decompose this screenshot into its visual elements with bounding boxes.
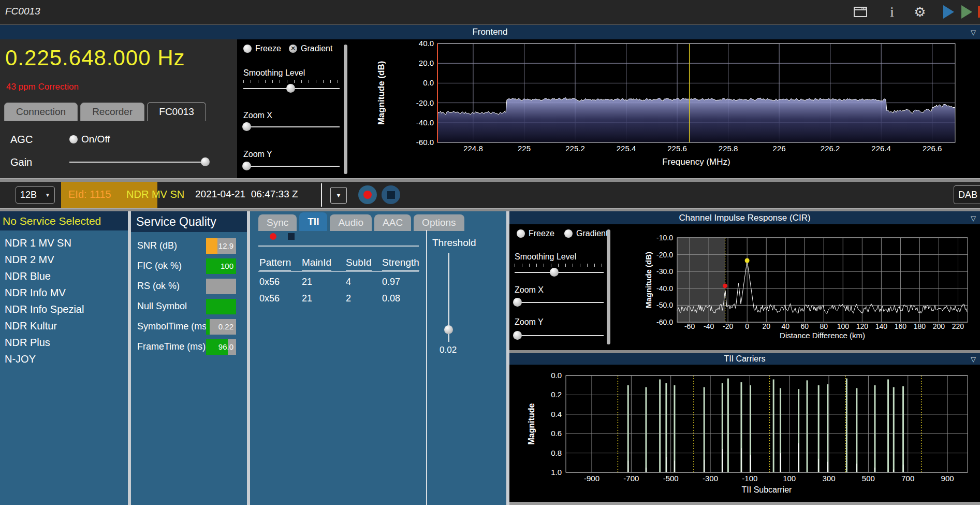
radio-icon[interactable] <box>69 135 78 143</box>
no-service-selected-label: No Service Selected <box>3 215 101 227</box>
quality-value: 96.0 <box>218 342 233 351</box>
stop-button[interactable] <box>382 185 400 204</box>
collapse-triangle-icon[interactable]: ▽ <box>971 214 976 222</box>
channel-combo[interactable]: 12B▼ <box>16 186 55 204</box>
radio-icon[interactable] <box>243 45 252 53</box>
smoothing-label: Smoothing Level <box>243 68 305 78</box>
tab-audio[interactable]: Audio <box>330 214 372 231</box>
frontend-tab-recorder[interactable]: Recorder <box>80 103 144 121</box>
service-list-item[interactable]: NDR 2 MV <box>0 251 128 268</box>
svg-text:180: 180 <box>914 322 926 330</box>
cir-plot: -10.0-20.0-30.0-40.0-50.0-60.0-60-40-200… <box>639 224 980 350</box>
collapse-triangle-icon[interactable]: ▽ <box>971 28 976 36</box>
gain-slider[interactable] <box>69 157 209 167</box>
title-bar: FC0013 i ⚙ <box>0 0 980 25</box>
vertical-scrollbar[interactable] <box>607 229 610 344</box>
radio-icon[interactable] <box>517 229 525 238</box>
threshold-slider[interactable] <box>444 253 454 342</box>
table-cell[interactable]: 0x56 <box>259 277 280 287</box>
svg-text:Magnitude: Magnitude <box>527 403 536 444</box>
info-icon[interactable]: i <box>884 4 900 20</box>
record-red-icon[interactable] <box>978 6 980 18</box>
ppm-correction: 43 ppm Correction <box>6 82 79 92</box>
record-button[interactable] <box>358 185 377 204</box>
collapse-triangle-icon[interactable]: ▽ <box>971 355 976 363</box>
detail-tab-bar: SyncTIIAudioAACOptions <box>258 212 467 231</box>
smoothing-slider[interactable] <box>243 84 340 93</box>
table-header: SubId <box>346 257 372 271</box>
svg-text:Magnitude (dB): Magnitude (dB) <box>644 252 653 308</box>
zoom-y-label: Zoom Y <box>243 150 272 159</box>
svg-text:-40.0: -40.0 <box>416 118 434 127</box>
table-cell[interactable]: 21 <box>302 277 312 287</box>
cir-freeze-radio[interactable]: Freeze <box>517 228 554 238</box>
svg-text:-50.0: -50.0 <box>656 301 673 309</box>
service-quality-title: Service Quality <box>136 215 216 229</box>
cir-gradient-radio[interactable]: Gradient <box>564 228 608 238</box>
agc-onoff-radio[interactable]: On/Off <box>69 134 110 145</box>
table-cell[interactable]: 0.97 <box>382 277 400 287</box>
freeze-label: Freeze <box>255 44 281 53</box>
cir-smoothing-slider[interactable] <box>515 268 604 277</box>
dropdown-button[interactable]: ▼ <box>330 187 347 204</box>
service-list-item[interactable]: NDR Info Spezial <box>0 301 128 318</box>
toolbar-separator <box>321 183 322 207</box>
zoom-x-slider[interactable] <box>243 122 340 132</box>
tab-tii[interactable]: TII <box>299 212 327 231</box>
svg-text:-60: -60 <box>684 322 695 330</box>
table-cell[interactable]: 4 <box>346 277 351 287</box>
quality-label: Null Symbol <box>137 301 187 312</box>
slider-ticks <box>515 264 604 267</box>
service-list-item[interactable]: NDR 1 MV SN <box>0 235 128 251</box>
mode-combo[interactable]: DAB▼ <box>954 185 980 204</box>
service-list-item[interactable]: NDR Blue <box>0 268 128 284</box>
svg-text:80: 80 <box>820 322 828 330</box>
table-cell[interactable]: 0.08 <box>382 293 400 304</box>
tab-options[interactable]: Options <box>414 214 464 231</box>
radio-checked-icon[interactable] <box>289 45 297 53</box>
frontend-tab-fc0013[interactable]: FC0013 <box>147 102 206 121</box>
svg-text:-40.0: -40.0 <box>656 284 673 293</box>
frontend-tab-connection[interactable]: Connection <box>4 103 78 121</box>
freeze-radio[interactable]: Freeze <box>243 44 281 53</box>
svg-text:225: 225 <box>518 144 531 153</box>
svg-text:900: 900 <box>941 474 954 483</box>
service-list-item[interactable]: N-JOY <box>0 351 128 367</box>
quality-bar: 96.0 <box>206 339 236 355</box>
svg-text:500: 500 <box>862 474 875 483</box>
play-blue-icon[interactable] <box>943 5 954 19</box>
threshold-knob[interactable] <box>444 325 453 334</box>
table-cell[interactable]: 2 <box>346 293 351 304</box>
service-list-item[interactable]: NDR Kultur <box>0 318 128 334</box>
svg-text:20: 20 <box>762 322 770 330</box>
ensemble-name: NDR MV SN <box>126 189 184 200</box>
cir-zoom-y-slider[interactable] <box>515 331 604 340</box>
table-cell[interactable]: 0x56 <box>259 293 280 304</box>
utc-timestamp: 2021-04-21 06:47:33 Z <box>195 189 298 200</box>
cir-zoom-y-label: Zoom Y <box>515 318 544 327</box>
quality-value: 0.22 <box>218 322 233 331</box>
cir-smoothing-label: Smoothing Level <box>515 252 576 262</box>
quality-bar: 12.9 <box>206 238 236 254</box>
tab-sync[interactable]: Sync <box>258 214 297 231</box>
quality-bar-fill <box>206 319 210 335</box>
svg-text:TII Subcarrier: TII Subcarrier <box>742 485 793 494</box>
gradient-radio[interactable]: Gradient <box>289 44 332 53</box>
svg-text:224.8: 224.8 <box>463 144 483 153</box>
play-green-icon[interactable] <box>961 5 972 19</box>
zoom-y-slider[interactable] <box>243 162 340 171</box>
stop-square-icon <box>387 191 395 199</box>
table-cell[interactable]: 21 <box>302 293 312 304</box>
mode-value: DAB <box>958 190 977 200</box>
svg-text:1.0: 1.0 <box>551 468 562 477</box>
service-list-item[interactable]: NDR Info MV <box>0 284 128 301</box>
cir-zoom-x-slider[interactable] <box>515 298 604 307</box>
service-list-item[interactable]: NDR Plus <box>0 334 128 351</box>
window-icon[interactable] <box>853 4 868 20</box>
svg-text:-60.0: -60.0 <box>656 318 673 326</box>
tab-aac[interactable]: AAC <box>374 214 411 231</box>
cir-zoom-x-label: Zoom X <box>515 285 544 295</box>
radio-icon[interactable] <box>564 229 573 238</box>
settings-gear-icon[interactable]: ⚙ <box>912 4 928 20</box>
quality-label: FrameTime (ms) <box>137 341 206 352</box>
